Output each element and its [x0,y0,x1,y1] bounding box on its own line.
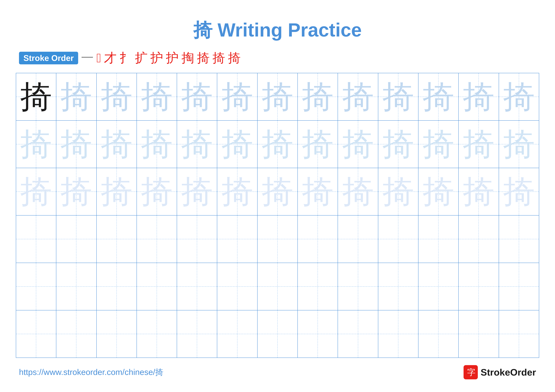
grid-row-2: 掎 掎 掎 掎 掎 掎 掎 掎 掎 掎 掎 掎 掎 [16,121,539,168]
grid-cell[interactable] [16,310,56,358]
page-title: 掎 Writing Practice [0,0,555,50]
grid-cell[interactable] [16,215,56,263]
grid-cell[interactable]: 掎 [459,121,499,168]
grid-cell[interactable] [137,215,177,263]
grid-cell[interactable] [499,215,539,263]
grid-cell[interactable]: 掎 [499,168,539,215]
grid-cell[interactable] [499,263,539,310]
grid-cell[interactable] [56,263,96,310]
grid-cell[interactable] [378,310,418,358]
logo-svg: 字 [466,368,475,377]
grid-cell[interactable]: 掎 [96,168,137,215]
grid-cell[interactable] [418,263,459,310]
grid-cell[interactable] [378,263,418,310]
grid-cell[interactable] [16,263,56,310]
grid-cell[interactable]: 掎 [56,168,96,215]
grid-cell[interactable]: 掎 [459,168,499,215]
grid-cell[interactable] [459,263,499,310]
grid-cell[interactable] [418,310,459,358]
grid-cell[interactable]: 掎 [418,121,459,168]
grid-cell[interactable] [338,310,378,358]
char-display: 掎 [20,174,52,209]
grid-cell[interactable]: 掎 [257,168,298,215]
grid-cell[interactable] [499,310,539,358]
grid-cell[interactable]: 掎 [56,73,96,121]
grid-cell[interactable] [177,263,217,310]
grid-cell[interactable] [217,310,257,358]
footer-logo-text: StrokeOrder [481,367,536,378]
grid-cell[interactable]: 掎 [257,121,298,168]
char-display: 掎 [382,79,414,114]
grid-cell[interactable]: 掎 [16,168,56,215]
grid-cell[interactable]: 掎 [499,121,539,168]
grid-cell[interactable]: 掎 [378,121,418,168]
grid-cell[interactable]: 掎 [499,73,539,121]
grid-cell[interactable]: 掎 [418,73,459,121]
grid-cell[interactable]: 掎 [96,73,137,121]
grid-cell[interactable]: 掎 [217,73,257,121]
title-text: 掎 Writing Practice [193,19,362,41]
grid-cell[interactable]: 掎 [137,73,177,121]
grid-cell[interactable] [257,310,298,358]
grid-cell[interactable] [217,263,257,310]
footer-url[interactable]: https://www.strokeorder.com/chinese/掎 [19,367,163,378]
stroke-3: 才 [104,50,117,67]
grid-cell[interactable]: 掎 [16,73,56,121]
char-display: 掎 [342,127,374,162]
grid-cell[interactable] [96,263,137,310]
grid-cell[interactable] [177,215,217,263]
grid-cell[interactable]: 掎 [257,73,298,121]
char-display: 掎 [342,79,374,114]
grid-cell[interactable] [257,263,298,310]
char-display: 掎 [141,79,173,114]
grid-cell[interactable]: 掎 [338,73,378,121]
grid-cell[interactable]: 掎 [418,168,459,215]
grid-cell[interactable]: 掎 [177,73,217,121]
grid-cell[interactable]: 掎 [177,168,217,215]
grid-cell[interactable]: 掎 [338,121,378,168]
grid-cell[interactable] [257,215,298,263]
grid-cell[interactable] [298,310,338,358]
grid-cell[interactable] [96,215,137,263]
grid-row-4 [16,215,539,263]
stroke-5: 扩 [135,50,148,67]
grid-cell[interactable] [418,215,459,263]
grid-cell[interactable]: 掎 [298,168,338,215]
char-display: 掎 [60,127,92,162]
char-display: 掎 [262,79,293,114]
char-display: 掎 [60,174,92,209]
grid-cell[interactable]: 掎 [16,121,56,168]
grid-cell[interactable]: 掎 [217,168,257,215]
stroke-1: 一 [81,50,94,67]
grid-cell[interactable]: 掎 [137,168,177,215]
grid-row-6 [16,310,539,358]
grid-cell[interactable] [459,215,499,263]
grid-cell[interactable] [217,215,257,263]
grid-cell[interactable]: 掎 [338,168,378,215]
grid-cell[interactable] [56,215,96,263]
grid-cell[interactable]: 掎 [298,121,338,168]
grid-cell[interactable]: 掎 [378,73,418,121]
logo-icon: 字 [464,365,478,379]
grid-cell[interactable]: 掎 [96,121,137,168]
grid-cell[interactable] [177,310,217,358]
grid-cell[interactable] [338,215,378,263]
grid-cell[interactable] [378,215,418,263]
grid-cell[interactable]: 掎 [137,121,177,168]
grid-cell[interactable]: 掎 [177,121,217,168]
grid-cell[interactable]: 掎 [459,73,499,121]
grid-cell[interactable] [96,310,137,358]
grid-cell[interactable]: 掎 [378,168,418,215]
grid-cell[interactable] [137,263,177,310]
grid-cell[interactable]: 掎 [56,121,96,168]
char-display: 掎 [302,79,334,114]
grid-cell[interactable] [298,263,338,310]
grid-cell[interactable]: 掎 [298,73,338,121]
grid-cell[interactable]: 掎 [217,121,257,168]
grid-cell[interactable] [56,310,96,358]
grid-cell[interactable] [459,310,499,358]
grid-cell[interactable] [298,215,338,263]
grid-cell[interactable] [137,310,177,358]
grid-cell[interactable] [338,263,378,310]
stroke-8: 掏 [182,50,194,67]
